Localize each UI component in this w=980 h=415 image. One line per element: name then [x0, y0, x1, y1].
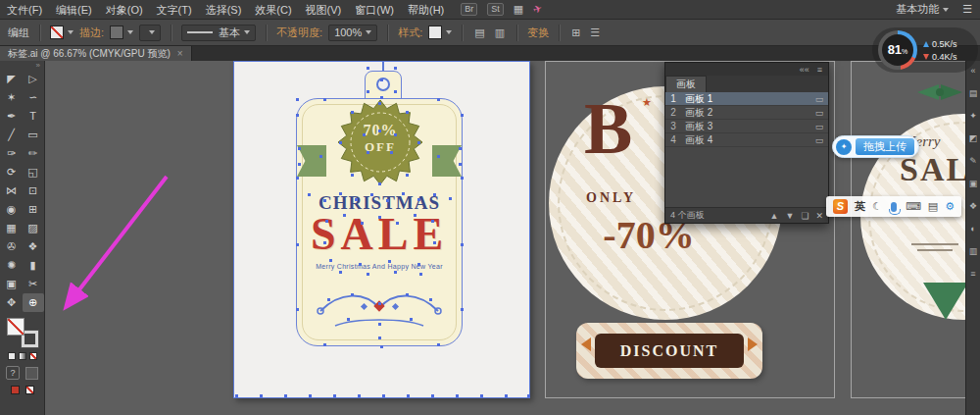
stock-button[interactable]: St	[487, 3, 504, 16]
app-menu-icon[interactable]: ☰	[962, 3, 972, 16]
selection-tool[interactable]: ◤	[1, 70, 23, 88]
artboard-row-2[interactable]: 2 画板 2 ▭	[665, 106, 828, 120]
style-swatch[interactable]	[428, 26, 452, 39]
document-tab[interactable]: 标签.ai @ 66.67% (CMYK/GPU 预览) ×	[0, 46, 192, 61]
brush-definition-dropdown[interactable]: 基本	[181, 25, 256, 41]
dock-symbols-icon[interactable]: ✦	[969, 111, 977, 121]
transform-link[interactable]: 变换	[527, 26, 549, 40]
dock-color-icon[interactable]: ◐	[970, 224, 975, 233]
keyboard-icon[interactable]: ⌨	[906, 201, 921, 212]
fill-stroke-indicator[interactable]	[7, 318, 38, 347]
lasso-tool[interactable]: ∽	[23, 88, 44, 107]
rectangle-tool[interactable]: ▭	[23, 126, 44, 144]
hand-tool[interactable]: ✥	[1, 293, 23, 312]
preferences-icon[interactable]: ▥	[493, 26, 507, 39]
stroke-link[interactable]: 描边:	[79, 26, 104, 40]
perspective-grid-tool[interactable]: ⊞	[23, 200, 44, 219]
toolbar-collapse-icon[interactable]: »	[0, 61, 44, 70]
gradient-mode-icon[interactable]	[19, 352, 26, 360]
shape-builder-tool[interactable]: ◉	[1, 200, 23, 219]
help-button[interactable]: ?	[6, 366, 20, 380]
gradient-tool[interactable]: ▨	[23, 219, 44, 237]
moon-icon[interactable]: ☾	[872, 201, 882, 212]
dock-appearance-icon[interactable]: ✎	[969, 156, 977, 166]
dock-pathfinder-icon[interactable]: ❖	[969, 201, 977, 211]
stroke-swatch[interactable]	[110, 26, 133, 39]
ime-logo-icon[interactable]: S	[833, 199, 848, 214]
move-down-icon[interactable]: ▼	[785, 211, 794, 221]
pen-tool[interactable]: ✒	[1, 107, 23, 126]
workspace-switcher[interactable]: 基本功能	[896, 2, 949, 17]
stroke-weight-dropdown[interactable]	[139, 25, 161, 41]
column-graph-tool[interactable]: ▮	[23, 256, 44, 275]
magic-wand-tool[interactable]: ✶	[1, 88, 23, 107]
style-link[interactable]: 样式:	[398, 26, 422, 40]
artboard-page-icon[interactable]: ▭	[810, 94, 828, 104]
microphone-icon[interactable]	[891, 202, 897, 212]
opacity-link[interactable]: 不透明度:	[276, 26, 322, 40]
scale-tool[interactable]: ◱	[23, 163, 44, 182]
menu-window[interactable]: 窗口(W)	[348, 0, 401, 20]
fill-color-box[interactable]	[7, 318, 24, 336]
bridge-button[interactable]: Br	[461, 3, 477, 16]
panel-menu-icon[interactable]: ≡	[817, 65, 822, 75]
pencil-tool[interactable]: ✏	[23, 144, 44, 163]
menu-effect[interactable]: 效果(C)	[248, 0, 298, 20]
free-transform-tool[interactable]: ⊡	[23, 182, 44, 200]
artboard-page-icon[interactable]: ▭	[810, 122, 828, 131]
artboard-row-1[interactable]: 1 画板 1 ▭	[665, 92, 828, 106]
drag-upload-button[interactable]: 拖拽上传	[856, 138, 914, 155]
width-tool[interactable]: ⋈	[1, 182, 23, 200]
dock-swatches-icon[interactable]: ▤	[969, 88, 978, 98]
document-setup-icon[interactable]: ▤	[472, 26, 486, 39]
menu-object[interactable]: 对象(O)	[99, 0, 150, 20]
swatch-none[interactable]	[25, 386, 34, 394]
slice-tool[interactable]: ✂	[23, 275, 44, 293]
rotate-tool[interactable]: ⟳	[1, 163, 23, 182]
delete-artboard-icon[interactable]: ✕	[815, 211, 823, 221]
menu-help[interactable]: 帮助(H)	[401, 0, 451, 20]
mesh-tool[interactable]: ▦	[1, 219, 23, 237]
layout-switcher-icon[interactable]: ▦	[514, 3, 523, 16]
dock-gradient-icon[interactable]: ▥	[969, 246, 978, 256]
menu-select[interactable]: 选择(S)	[199, 0, 249, 20]
artboard-page-icon[interactable]: ▭	[810, 135, 828, 145]
new-artboard-icon[interactable]: ❏	[801, 211, 808, 221]
none-mode-icon[interactable]	[29, 352, 37, 360]
menu-edit[interactable]: 编辑(E)	[49, 0, 99, 20]
type-tool[interactable]: T	[23, 107, 44, 126]
tab-artboards[interactable]: 画板	[665, 76, 707, 92]
fill-swatch[interactable]	[50, 26, 74, 39]
dock-menu-icon[interactable]: ≡	[970, 269, 975, 279]
opacity-value-dropdown[interactable]: 100%	[328, 25, 377, 41]
toolbox-icon[interactable]: ⚙	[945, 201, 955, 212]
blend-tool[interactable]: ❖	[23, 237, 44, 256]
menu-type[interactable]: 文字(T)	[150, 0, 199, 20]
align-icon[interactable]: ⊞	[569, 26, 582, 39]
dock-collapse-icon[interactable]: «	[970, 66, 975, 76]
move-up-icon[interactable]: ▲	[770, 211, 779, 221]
zoom-tool[interactable]: ⊕	[23, 293, 44, 312]
ime-language-toggle[interactable]: 英	[855, 199, 865, 214]
direct-selection-tool[interactable]: ▷	[23, 70, 44, 88]
line-segment-tool[interactable]: ╱	[1, 126, 23, 144]
symbol-sprayer-tool[interactable]: ✺	[1, 256, 23, 275]
drag-upload-overlay[interactable]: ✦ 拖拽上传	[832, 135, 919, 158]
artboard-page-icon[interactable]: ▭	[810, 108, 828, 118]
screen-mode-icon[interactable]	[25, 367, 38, 380]
artboard-row-4[interactable]: 4 画板 4 ▭	[665, 133, 828, 147]
artboard-row-3[interactable]: 3 画板 3 ▭	[665, 120, 828, 133]
close-icon[interactable]: ×	[177, 46, 183, 61]
menu-view[interactable]: 视图(V)	[299, 0, 349, 20]
share-icon[interactable]: ✈	[531, 2, 544, 17]
menu-file[interactable]: 文件(F)	[0, 0, 49, 20]
more-options-icon[interactable]: ☰	[588, 26, 602, 39]
eyedropper-tool[interactable]: ✇	[1, 237, 23, 256]
paintbrush-tool[interactable]: ✑	[1, 144, 23, 163]
color-mode-icon[interactable]	[8, 352, 16, 360]
clipboard-icon[interactable]: ▤	[928, 201, 938, 212]
dock-layers-icon[interactable]: ◩	[969, 133, 978, 143]
panel-collapse-icon[interactable]: ««	[800, 65, 809, 75]
swatch-red[interactable]	[11, 386, 20, 394]
dock-artboards-icon[interactable]: ▣	[969, 179, 978, 188]
